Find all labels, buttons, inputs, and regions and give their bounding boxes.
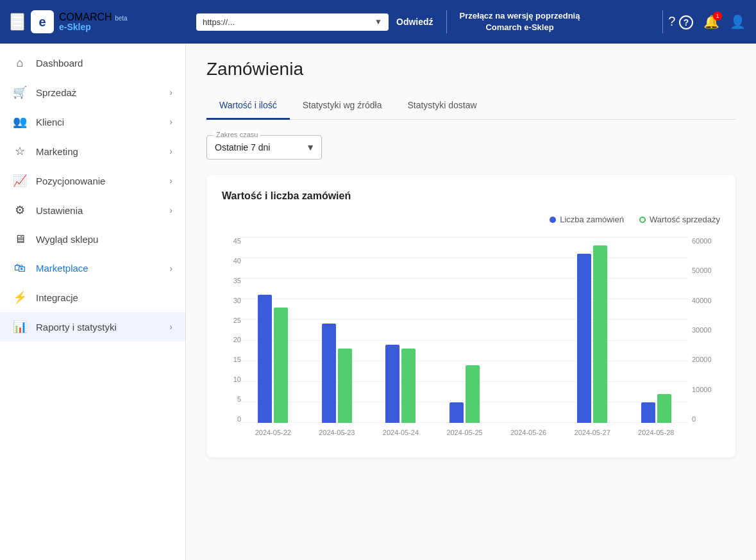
bar-group-2024-05-24: 2024-05-24: [369, 237, 433, 442]
marketplace-chevron-icon: ›: [169, 263, 172, 274]
sidebar-item-integracje[interactable]: ⚡Integracje: [0, 283, 185, 312]
marketing-icon: ☆: [13, 144, 27, 158]
chart-area: 454035302520151050 2024-05-222024-05-232…: [222, 237, 720, 442]
y-axis-right-label: 50000: [692, 267, 720, 274]
sidebar-item-ustawienia[interactable]: ⚙Ustawienia›: [0, 195, 185, 225]
menu-toggle-button[interactable]: ☰: [10, 13, 24, 31]
chart-title: Wartość i liczba zamówień: [222, 190, 720, 202]
x-axis-label: 2024-05-23: [319, 423, 355, 442]
time-range-value: Ostatnie 7 dni: [215, 142, 270, 152]
topbar-left: ☰ e COMARCH beta e-Sklep: [10, 10, 196, 33]
sales-bar: [274, 308, 288, 423]
sidebar-item-marketing[interactable]: ☆Marketing›: [0, 136, 185, 166]
y-axis-left-label: 10: [222, 375, 241, 383]
sidebar-item-raporty[interactable]: 📊Raporty i statystyki›: [0, 312, 185, 342]
wyglad-icon: 🖥: [13, 233, 27, 246]
bars-row: [241, 237, 305, 423]
x-axis-label: 2024-05-25: [446, 423, 482, 442]
bars-row: [560, 237, 625, 423]
chart-legend: Liczba zamówieńWartość sprzedaży: [222, 215, 720, 224]
sales-bar: [466, 365, 480, 423]
bars-wrapper: 2024-05-222024-05-232024-05-242024-05-25…: [241, 237, 688, 442]
page-title: Zamówienia: [206, 59, 735, 79]
orders-bar: [322, 324, 336, 423]
raporty-label: Raporty i statystyki: [36, 322, 160, 333]
orders-bar: [258, 295, 272, 423]
logo-text: COMARCH beta e-Sklep: [59, 12, 128, 31]
y-axis-left-label: 35: [222, 277, 241, 284]
sprzedaz-icon: 🛒: [13, 85, 27, 99]
sidebar-item-marketplace[interactable]: 🛍Marketplace›: [0, 254, 185, 283]
marketing-label: Marketing: [36, 146, 160, 157]
main-layout: ⌂Dashboard🛒Sprzedaż›👥Klienci›☆Marketing›…: [0, 44, 756, 560]
legend-label-orders: Liczba zamówień: [560, 215, 624, 224]
orders-bar: [385, 345, 399, 423]
notifications-button[interactable]: 🔔 1: [703, 14, 719, 29]
tab-zrodlo[interactable]: Statystyki wg źródła: [290, 92, 395, 120]
sidebar-item-dashboard[interactable]: ⌂Dashboard: [0, 49, 185, 78]
pozycjonowanie-label: Pozycjonowanie: [36, 176, 160, 186]
url-dropdown-icon[interactable]: ▼: [374, 17, 382, 26]
visit-button[interactable]: Odwiedź: [396, 17, 433, 27]
switch-version-button[interactable]: Przełącz na wersję poprzednią Comarch e-…: [460, 10, 580, 33]
topbar-right-divider: [662, 10, 663, 33]
sidebar-item-pozycjonowanie[interactable]: 📈Pozycjonowanie›: [0, 166, 185, 195]
sales-bar: [401, 349, 416, 423]
tab-wartosc[interactable]: Wartość i ilość: [206, 92, 290, 120]
time-range-chevron-icon: ▼: [306, 142, 315, 152]
url-text: https://...: [203, 17, 371, 27]
sidebar-item-sprzedaz[interactable]: 🛒Sprzedaż›: [0, 78, 185, 107]
sidebar-item-klienci[interactable]: 👥Klienci›: [0, 107, 185, 136]
bar-group-2024-05-25: 2024-05-25: [433, 237, 497, 442]
bars-chart: 2024-05-222024-05-232024-05-242024-05-25…: [241, 237, 688, 442]
ustawienia-icon: ⚙: [13, 203, 27, 217]
logo-letter: e: [38, 15, 46, 29]
chart-container: Wartość i liczba zamówień Liczba zamówie…: [206, 175, 735, 457]
klienci-chevron-icon: ›: [169, 117, 172, 127]
help-button[interactable]: ? ?: [668, 14, 693, 29]
legend-sales: Wartość sprzedaży: [639, 215, 720, 224]
bars-row: [496, 237, 560, 423]
marketplace-icon: 🛍: [13, 261, 27, 275]
x-axis-label: 2024-05-24: [383, 423, 419, 442]
user-button[interactable]: 👤: [730, 14, 746, 29]
y-axis-right: 6000050000400003000020000100000: [688, 237, 720, 442]
bar-group-2024-05-26: 2024-05-26: [496, 237, 560, 442]
bars-row: [433, 237, 497, 423]
x-axis-label: 2024-05-26: [510, 423, 546, 442]
y-axis-right-label: 10000: [692, 386, 720, 393]
topbar-icons: ? ? 🔔 1 👤: [668, 14, 746, 29]
y-axis-right-label: 40000: [692, 297, 720, 304]
legend-dot-sales: [639, 217, 646, 223]
y-axis-right-label: 60000: [692, 237, 720, 245]
legend-label-sales: Wartość sprzedaży: [650, 215, 720, 224]
pozycjonowanie-icon: 📈: [13, 174, 27, 188]
sales-bar: [338, 349, 352, 423]
logo-comarch: COMARCH beta: [59, 12, 128, 22]
dashboard-label: Dashboard: [36, 58, 172, 69]
sidebar-item-wyglad[interactable]: 🖥Wygląd sklepu: [0, 225, 185, 254]
logo-area: e COMARCH beta e-Sklep: [31, 10, 128, 33]
marketing-chevron-icon: ›: [169, 146, 172, 156]
switch-label: Przełącz na wersję poprzednią Comarch e-…: [460, 11, 580, 32]
esklep-text: e-Sklep: [59, 22, 128, 31]
main-content: Zamówienia Wartość i ilośćStatystyki wg …: [186, 44, 756, 560]
y-axis-left-label: 45: [222, 237, 241, 245]
time-range-select[interactable]: Zakres czasu Ostatnie 7 dni ▼: [206, 135, 322, 160]
time-range-container: Zakres czasu Ostatnie 7 dni ▼: [206, 135, 735, 160]
bars-row: [369, 237, 433, 423]
klienci-label: Klienci: [36, 117, 160, 128]
sales-bar: [657, 394, 671, 423]
wyglad-label: Wygląd sklepu: [36, 234, 172, 245]
bars-row: [305, 237, 369, 423]
integracje-label: Integracje: [36, 292, 172, 303]
bar-group-2024-05-28: 2024-05-28: [624, 237, 688, 442]
marketplace-label: Marketplace: [36, 263, 160, 274]
tab-dostawy[interactable]: Statystyki dostaw: [394, 92, 489, 120]
raporty-icon: 📊: [13, 320, 27, 334]
legend-dot-orders: [550, 217, 556, 223]
y-axis-right-label: 30000: [692, 326, 720, 334]
url-bar[interactable]: https://... ▼: [196, 13, 389, 31]
y-axis-right-label: 20000: [692, 356, 720, 363]
orders-bar: [641, 402, 655, 423]
